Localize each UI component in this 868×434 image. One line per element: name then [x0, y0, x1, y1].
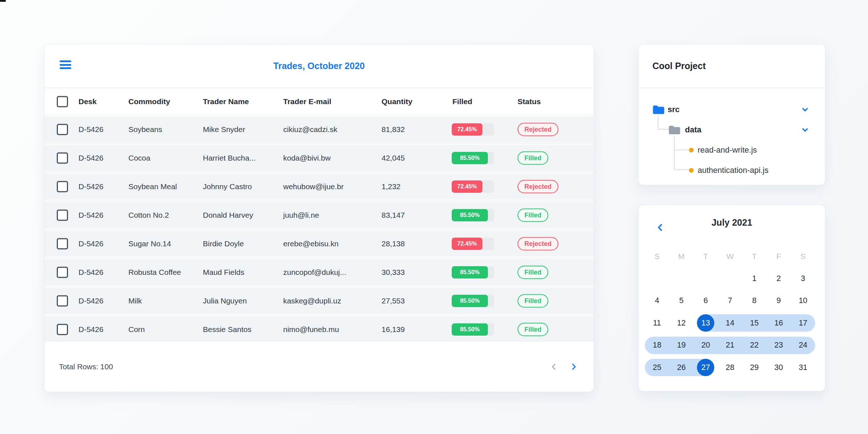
table-row: D-5426MilkJulia Nguyenkaskeg@dupli.uz27,… — [44, 286, 593, 315]
calendar-day[interactable]: 11 — [645, 314, 669, 332]
progress-label: 72.45% — [457, 241, 477, 247]
calendar-day[interactable]: 19 — [669, 337, 693, 354]
select-all-checkbox[interactable] — [57, 96, 68, 107]
chevron-down-icon[interactable] — [800, 125, 810, 135]
cell-commodity: Cotton No.2 — [128, 201, 169, 229]
progress-label: 85.50% — [460, 298, 480, 304]
cell-quantity: 27,553 — [382, 287, 405, 315]
filled-progress-bar: 72.45% — [452, 238, 494, 250]
calendar-day[interactable]: 28 — [718, 359, 742, 376]
row-checkbox[interactable] — [57, 324, 68, 335]
cell-commodity: Corn — [128, 315, 145, 344]
filled-progress-bar: 72.45% — [452, 123, 494, 136]
cell-quantity: 28,138 — [382, 230, 405, 258]
calendar-day-number: 7 — [728, 296, 732, 305]
calendar-day[interactable]: 8 — [742, 292, 766, 310]
desktop-background: Trades, October 2020 Desk Commodity Trad… — [0, 0, 868, 434]
calendar-day-number: 11 — [653, 319, 661, 328]
row-checkbox[interactable] — [57, 124, 68, 135]
row-checkbox[interactable] — [57, 153, 68, 164]
tree-item-src[interactable]: src — [639, 103, 825, 116]
column-header-desk: Desk — [78, 88, 97, 115]
progress-fill: 85.50% — [452, 209, 488, 221]
calendar-day-number: 13 — [701, 319, 710, 328]
progress-fill: 85.50% — [452, 266, 488, 278]
chevron-down-icon[interactable] — [800, 105, 810, 114]
calendar-day[interactable]: 6 — [694, 292, 718, 310]
pagination-prev-button[interactable] — [548, 361, 560, 373]
divider — [639, 88, 825, 88]
calendar-day-number: 4 — [655, 296, 659, 305]
tree-item-file[interactable]: authentication-api.js — [639, 164, 825, 176]
calendar-day[interactable]: 29 — [742, 359, 766, 376]
calendar-day[interactable]: 14 — [718, 314, 742, 332]
calendar-day[interactable]: 17 — [791, 314, 815, 332]
table-body: D-5426SoybeansMike Snydercikiuz@cadzi.sk… — [44, 115, 593, 344]
calendar-day — [718, 270, 742, 287]
cell-desk: D-5426 — [78, 173, 103, 201]
tree-item-data[interactable]: data — [639, 124, 825, 136]
calendar-day — [669, 270, 693, 287]
progress-label: 72.45% — [457, 126, 477, 133]
tree-item-label: authentication-api.js — [698, 166, 769, 175]
calendar-day[interactable]: 31 — [791, 359, 815, 376]
calendar-day-header: S — [791, 251, 815, 261]
calendar-day[interactable]: 3 — [791, 270, 815, 287]
calendar-day[interactable]: 12 — [669, 314, 693, 332]
calendar-day[interactable]: 21 — [718, 337, 742, 354]
calendar-day-number: 9 — [776, 296, 781, 305]
progress-label: 85.50% — [460, 269, 480, 276]
calendar-day[interactable]: 10 — [791, 292, 815, 310]
status-badge: Rejected — [518, 237, 558, 251]
calendar-day-number: 23 — [774, 341, 783, 350]
calendar-day-number: 22 — [750, 341, 759, 350]
calendar-day-header: S — [645, 251, 669, 261]
calendar-day[interactable]: 30 — [766, 359, 791, 376]
cell-trader-email: nimo@funeb.mu — [283, 315, 339, 344]
filled-progress-bar: 72.45% — [452, 180, 494, 193]
calendar-day[interactable]: 2 — [766, 270, 791, 287]
row-checkbox[interactable] — [57, 210, 68, 221]
calendar-day[interactable]: 23 — [766, 337, 791, 354]
filled-progress-bar: 85.50% — [452, 266, 494, 278]
table-row: D-5426Soybean MealJohnny Castrowehubow@i… — [44, 172, 593, 201]
calendar-day[interactable]: 27 — [694, 359, 718, 376]
cell-quantity: 30,333 — [382, 258, 405, 286]
calendar-day[interactable]: 18 — [645, 337, 669, 354]
calendar-day-number: 27 — [701, 363, 710, 372]
calendar-day[interactable]: 9 — [766, 292, 791, 310]
calendar-day[interactable]: 1 — [742, 270, 766, 287]
cell-quantity: 1,232 — [382, 173, 401, 201]
calendar-day[interactable]: 25 — [645, 359, 669, 376]
calendar-day-number: 10 — [799, 296, 807, 305]
column-header-quantity: Quantity — [382, 88, 412, 115]
tree-item-file[interactable]: read-and-write.js — [639, 144, 825, 156]
calendar-day-number: 8 — [752, 296, 757, 305]
calendar-day[interactable]: 20 — [694, 337, 718, 354]
calendar-day[interactable]: 26 — [669, 359, 693, 376]
calendar-day[interactable]: 5 — [669, 292, 693, 310]
cell-trader-email: cikiuz@cadzi.sk — [283, 115, 337, 144]
calendar-day[interactable]: 15 — [742, 314, 766, 332]
calendar-day[interactable]: 16 — [766, 314, 791, 332]
calendar-day[interactable]: 13 — [694, 314, 718, 332]
calendar-day[interactable]: 22 — [742, 337, 766, 354]
column-header-status: Status — [518, 88, 541, 115]
row-checkbox[interactable] — [57, 267, 68, 278]
calendar-day-number: 5 — [679, 296, 684, 305]
row-checkbox[interactable] — [57, 238, 68, 250]
progress-fill: 72.45% — [452, 123, 482, 136]
status-badge: Filled — [518, 323, 548, 336]
trades-card-header: Trades, October 2020 — [44, 44, 593, 88]
calendar-card: July 2021 SMTWTFS12345678910111213141516… — [638, 205, 825, 391]
cell-quantity: 81,832 — [382, 115, 405, 144]
calendar-day[interactable]: 4 — [645, 292, 669, 310]
calendar-day[interactable]: 24 — [791, 337, 815, 354]
calendar-week-row: 11121314151617 — [645, 314, 815, 332]
calendar-day[interactable]: 7 — [718, 292, 742, 310]
table-row: D-5426CocoaHarriet Bucha...koda@bivi.bw4… — [44, 144, 593, 172]
pagination-next-button[interactable] — [567, 361, 580, 373]
row-checkbox[interactable] — [57, 181, 68, 192]
tree-item-label: src — [668, 105, 680, 114]
row-checkbox[interactable] — [57, 295, 68, 307]
